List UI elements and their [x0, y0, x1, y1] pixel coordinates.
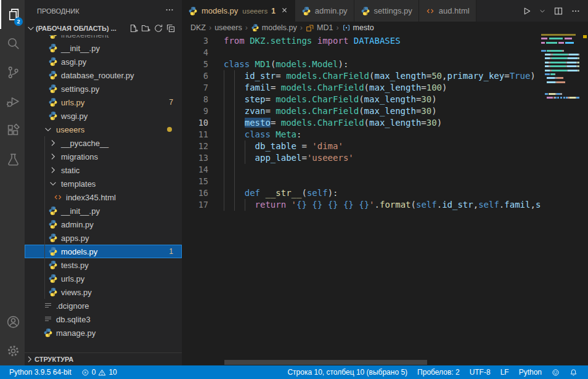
horizontal-scrollbar-thumb[interactable] — [224, 360, 427, 365]
minimap-segment — [545, 73, 550, 75]
tree-item-database_roouter.py[interactable]: database_roouter.py — [25, 68, 182, 82]
outline-section-header[interactable]: СТРУКТУРА — [25, 353, 182, 365]
breadcrumb-dkz[interactable]: DKZ — [190, 23, 206, 32]
python-icon — [43, 328, 53, 338]
workspace-section-header[interactable]: (РАБОЧАЯ ОБЛАСТЬ) ... — [25, 22, 182, 35]
tab-aud.html[interactable]: aud.html — [419, 0, 476, 22]
indent-guide — [234, 176, 235, 187]
activity-extensions[interactable] — [0, 116, 25, 145]
activity-testing[interactable] — [0, 145, 25, 174]
tree-item-admin.py[interactable]: admin.py — [25, 218, 182, 231]
more-icon[interactable] — [165, 5, 174, 15]
tree-item-manage.py[interactable]: manage.py — [25, 326, 182, 340]
tree-item-static[interactable]: static — [25, 163, 182, 177]
breadcrumbs: DKZ›useeers›models.py›MD1›mesto — [182, 22, 588, 34]
tree-item-__init__.py[interactable]: __init__.py — [25, 204, 182, 218]
indent-guide — [224, 199, 224, 211]
html-icon — [425, 6, 435, 16]
tab-admin.py[interactable]: admin.py — [295, 0, 354, 22]
tree-item-__init__.py[interactable]: __init__.py — [25, 41, 182, 55]
activity-explorer[interactable]: 2 — [0, 0, 25, 29]
breadcrumb-separator-icon: › — [336, 23, 338, 32]
minimap-line — [541, 89, 582, 91]
line-number: 8 — [182, 94, 208, 105]
status-indentation[interactable]: Пробелов: 2 — [413, 365, 464, 379]
tree-item-.dcignore[interactable]: .dcignore — [25, 299, 182, 312]
tree-item-settings.py[interactable]: settings.py — [25, 82, 182, 96]
code-line: 6 id_str= models.CharField(max_length=50… — [182, 70, 541, 82]
new-folder-icon[interactable] — [141, 23, 151, 33]
tree-item-tests.py[interactable]: tests.py — [25, 258, 182, 272]
minimap-line — [541, 57, 582, 59]
code-text: famil= models.CharField(max_length=100) — [224, 83, 447, 92]
activity-account[interactable] — [0, 308, 25, 336]
tab-settings.py[interactable]: settings.py — [354, 0, 419, 22]
line-number: 15 — [182, 176, 208, 187]
tree-problems-badge: 1 — [169, 247, 173, 256]
breadcrumb-useeers[interactable]: useeers — [214, 23, 242, 32]
minimap[interactable] — [541, 34, 582, 359]
tab-models.py[interactable]: models.pyuseeers1 — [182, 0, 295, 22]
tree-item-__pycache__[interactable]: __pycache__ — [25, 136, 182, 150]
tree-item-label: admin.py — [61, 220, 94, 229]
python-icon — [48, 43, 58, 53]
python-icon — [48, 287, 58, 297]
tree-item-db.sqlite3[interactable]: db.sqlite3 — [25, 312, 182, 326]
tree-item-asgi.py[interactable]: asgi.py — [25, 55, 182, 68]
chevron-down-icon[interactable] — [539, 7, 546, 15]
minimap-segment — [570, 97, 575, 99]
code-editor[interactable]: 3from DKZ.settings import DATABASES45cla… — [182, 34, 541, 359]
status-notifications[interactable] — [565, 365, 582, 379]
run-icon[interactable] — [521, 6, 531, 16]
minimap-segment — [541, 77, 547, 79]
tree-item-label: wsgi.py — [61, 112, 88, 121]
activity-run-debug[interactable] — [0, 87, 25, 116]
status-python-version[interactable]: Python 3.9.5 64-bit — [5, 365, 76, 379]
tree-item-indexelement[interactable]: indexelement — [25, 35, 182, 41]
breadcrumb-mesto[interactable]: mesto — [342, 23, 374, 32]
minimap-line — [541, 77, 582, 79]
tree-item-index345.html[interactable]: index345.html — [25, 190, 182, 204]
activity-settings[interactable] — [0, 336, 25, 365]
tree-item-apps.py[interactable]: apps.py — [25, 231, 182, 245]
activity-source-control[interactable] — [0, 58, 25, 87]
debug-icon — [6, 94, 20, 108]
tree-item-wsgi.py[interactable]: wsgi.py — [25, 109, 182, 123]
tree-item-label: __pycache__ — [61, 139, 108, 148]
status-problems[interactable]: 010 — [77, 365, 121, 379]
tree-item-urls.py[interactable]: urls.py7 — [25, 96, 182, 109]
status-eol[interactable]: LF — [496, 365, 513, 379]
tree-item-urls.py[interactable]: urls.py — [25, 272, 182, 285]
status-language[interactable]: Python — [515, 365, 546, 379]
indent-guide — [245, 141, 245, 152]
minimap-segment — [546, 42, 558, 44]
tree-problems-badge: 7 — [169, 98, 173, 107]
activity-search[interactable] — [0, 29, 25, 58]
collapse-all-icon[interactable] — [166, 23, 176, 33]
split-editor-icon[interactable] — [553, 6, 563, 16]
close-icon[interactable] — [280, 6, 288, 16]
line-number: 13 — [182, 152, 208, 164]
minimap-line — [541, 62, 582, 63]
breadcrumb-models.py[interactable]: models.py — [251, 23, 297, 32]
tree-item-templates[interactable]: templates — [25, 177, 182, 190]
line-number: 17 — [182, 199, 208, 211]
tree-item-useeers[interactable]: useeers — [25, 123, 182, 136]
tree-item-label: settings.py — [61, 84, 99, 94]
new-file-icon[interactable] — [129, 23, 139, 33]
tree-item-migrations[interactable]: migrations — [25, 150, 182, 163]
python-icon — [48, 260, 58, 270]
chevron-right-icon — [25, 354, 35, 364]
refresh-icon[interactable] — [153, 23, 163, 33]
more-icon[interactable] — [571, 6, 581, 16]
tree-item-models.py[interactable]: models.py1 — [25, 245, 182, 258]
status-cursor-position[interactable]: Строка 10, столбец 10 (выбрано 5) — [283, 365, 412, 379]
status-encoding[interactable]: UTF-8 — [465, 365, 495, 379]
indent-guide — [224, 152, 224, 164]
status-label: Пробелов: 2 — [417, 368, 460, 377]
status-feedback[interactable] — [547, 365, 564, 379]
code-text: class Meta: — [224, 129, 301, 139]
tree-item-views.py[interactable]: views.py — [25, 285, 182, 299]
breadcrumb-md1[interactable]: MD1 — [306, 23, 333, 32]
sidebar-explorer: ПРОВОДНИК (РАБОЧАЯ ОБЛАСТЬ) ... indexele… — [25, 0, 182, 365]
